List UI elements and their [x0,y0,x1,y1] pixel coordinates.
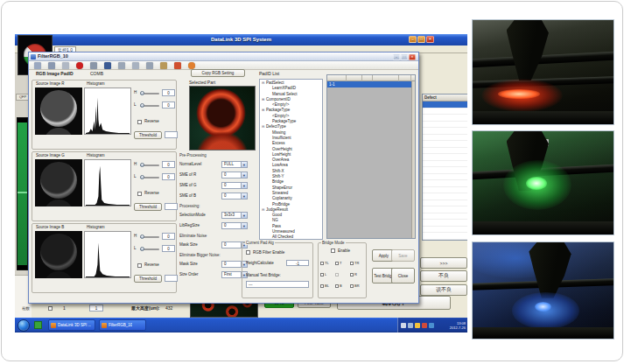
dialog-close-action-button[interactable]: Close [391,268,415,284]
defect-list-item[interactable] [423,214,467,220]
rgb-filter-enable-checkbox[interactable] [246,250,250,255]
bridge-direction-checkbox[interactable] [320,284,324,288]
bridge-direction-checkbox[interactable] [350,262,354,265]
algo-setting-dropdown[interactable]: 0 [221,182,248,189]
l-value-field[interactable]: 0 [162,102,175,108]
defect-list-item[interactable] [423,193,467,200]
defect-list-item[interactable] [423,148,467,155]
measure-icon[interactable] [90,62,97,69]
h-slider[interactable] [140,93,159,94]
dialog-titlebar[interactable]: FilterRGB_10 – □ ✕ [29,52,418,61]
pad-table-header-cell[interactable] [327,75,347,81]
network-icon[interactable] [401,323,406,328]
bridge-direction-checkbox[interactable] [335,273,339,276]
l-slider-knob[interactable] [140,103,144,108]
tree-item[interactable]: All Checked [260,234,322,240]
h-slider-knob[interactable] [140,163,144,167]
minimize-button[interactable]: – [409,36,417,43]
threshold-button[interactable]: Threshold [134,203,162,211]
dialog-maximize-button[interactable]: □ [401,54,408,60]
defect-list-item[interactable] [423,206,467,214]
maximize-button[interactable]: □ [417,36,425,43]
l-slider[interactable] [140,105,159,107]
save-icon[interactable] [48,62,55,69]
defect-list-item[interactable] [423,102,467,108]
manual-test-bridge-field[interactable]: --- [246,281,309,288]
l-slider-knob[interactable] [140,175,144,179]
defect-list-item[interactable] [423,135,467,142]
report-icon[interactable] [146,62,153,69]
shield-icon[interactable] [415,323,420,328]
save-button[interactable]: Save [391,249,415,262]
h-value-field[interactable]: 0 [162,233,175,240]
pad-table-header-cell[interactable] [399,75,411,81]
app-tray-icon[interactable] [429,323,434,328]
pad-table-selected-row[interactable]: 1-1 [327,81,415,88]
close-button[interactable]: ✕ [426,36,434,43]
pad-table-header-cell[interactable] [362,75,373,81]
bridge-direction-checkbox[interactable] [335,284,339,288]
h-value-field[interactable]: 0 [162,89,175,96]
l-value-field[interactable]: 0 [162,173,175,180]
defect-list-item[interactable] [423,233,467,240]
height-calc-field[interactable]: -1 [286,260,309,266]
algo-setting-dropdown[interactable]: 3x3x3 [221,212,248,219]
defect-list-item[interactable] [423,200,467,207]
defect-list-item[interactable] [423,154,467,161]
taskbar-task-button[interactable]: DataLink 3D SPI ... [48,319,95,331]
defect-list-item[interactable] [423,167,467,174]
pencil-icon[interactable] [160,62,167,69]
dialog-minimize-button[interactable]: – [393,54,400,60]
h-slider-knob[interactable] [140,234,144,239]
defect-list-item[interactable] [423,180,467,187]
defect-list-item[interactable] [423,122,467,129]
reverse-checkbox[interactable] [137,263,142,268]
h-value-field[interactable]: 0 [162,161,175,168]
reverse-checkbox[interactable] [137,192,142,196]
algo-setting-dropdown[interactable]: FULL [221,161,248,168]
algo-setting-dropdown[interactable]: 0 [221,172,248,178]
pad-table-header-cell[interactable] [373,75,399,81]
algo-setting-dropdown[interactable]: 0 [221,222,248,229]
ng-button[interactable]: 不良 [420,270,467,282]
h-slider[interactable] [140,164,159,166]
record-icon[interactable] [76,62,83,69]
volume-icon[interactable] [408,323,413,328]
defect-list-item[interactable] [423,174,467,181]
board-progress-bar[interactable] [17,117,28,270]
bridge-direction-checkbox[interactable] [320,262,324,265]
taskbar-task-button[interactable]: FilterRGB_10 [99,319,146,331]
defect-list-item[interactable] [423,128,467,135]
threshold-field[interactable] [165,131,178,138]
copy-rgb-setting-button[interactable]: Copy RGB Setting [191,69,245,77]
defect-list-item[interactable] [423,227,467,234]
open-icon[interactable] [34,62,41,69]
rgb-icon[interactable] [174,62,181,69]
grid-icon[interactable] [118,62,125,69]
l-slider-knob[interactable] [140,247,144,251]
camera-icon[interactable] [62,62,69,69]
defect-list-item[interactable] [423,187,467,194]
l-slider[interactable] [140,248,159,250]
threshold-field[interactable] [165,275,178,282]
defect-list-item[interactable] [423,108,467,116]
defect-list-item[interactable] [423,161,467,168]
more-button[interactable]: >>> [420,257,467,269]
threshold-field[interactable] [165,203,178,210]
h-slider-knob[interactable] [140,91,144,95]
dialog-close-button[interactable]: ✕ [409,54,416,60]
start-button[interactable] [18,319,30,332]
bridge-direction-checkbox[interactable] [350,273,354,276]
status-checkbox[interactable] [48,306,53,311]
defect-list-item[interactable] [423,141,467,148]
h-slider[interactable] [140,236,159,238]
defect-list-item[interactable] [423,115,467,122]
layout-icon[interactable] [132,62,139,69]
quick-launch-icon[interactable] [34,321,42,329]
threshold-button[interactable]: Threshold [134,131,162,139]
threshold-button[interactable]: Threshold [134,275,162,283]
bridge-direction-checkbox[interactable] [335,262,339,265]
help-icon[interactable] [188,62,195,69]
bridge-enable-checkbox[interactable] [331,248,335,253]
bridge-direction-checkbox[interactable] [350,284,354,288]
